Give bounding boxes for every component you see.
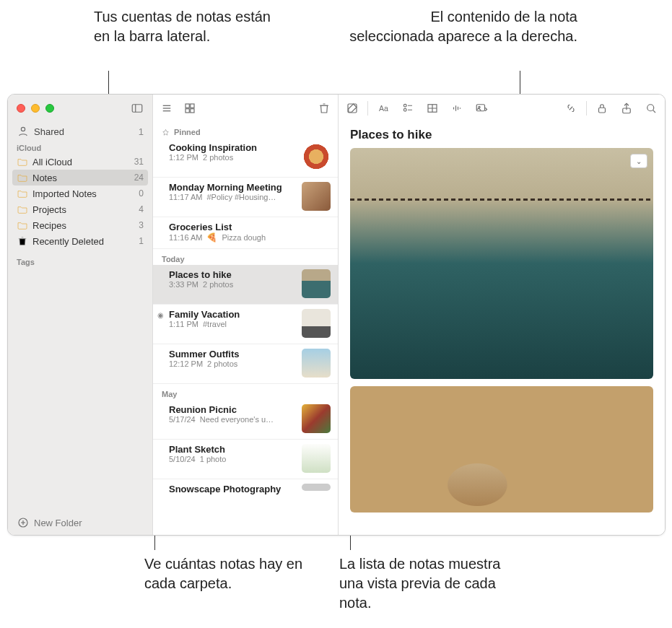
- note-row[interactable]: Summer Outfits 12:12 PM2 photos: [153, 344, 338, 384]
- compose-icon[interactable]: [346, 102, 359, 115]
- note-title: Summer Outfits: [169, 349, 296, 359]
- folder-icon: [17, 204, 28, 215]
- note-preview: #Policy #Housing…: [206, 193, 276, 201]
- list-toolbar: [153, 95, 338, 122]
- note-time: 1:12 PM: [169, 153, 198, 162]
- sidebar-item-imported[interactable]: Imported Notes 0: [8, 186, 152, 201]
- note-row[interactable]: Snowscape Photography: [153, 479, 338, 500]
- sidebar-item-notes[interactable]: Notes 24: [12, 170, 148, 186]
- svg-rect-10: [191, 104, 194, 108]
- note-title: Places to hike: [169, 269, 296, 280]
- delete-note-icon[interactable]: [318, 102, 331, 115]
- sidebar-item-recipes[interactable]: Recipes 3: [8, 217, 152, 233]
- editor-toolbar: Aa: [339, 95, 665, 122]
- notes-window: Shared 1 iCloud All iCloud 31 Notes 24 I…: [7, 94, 666, 536]
- callout-top-left: Tus cuentas de notas están en la barra l…: [94, 7, 282, 46]
- note-preview: Need everyone's u…: [200, 415, 274, 424]
- list-view-icon[interactable]: [160, 102, 173, 115]
- note-row[interactable]: Places to hike 3:33 PM2 photos: [153, 265, 338, 305]
- audio-icon[interactable]: [450, 102, 463, 115]
- note-thumbnail: [302, 484, 331, 491]
- note-title: Family Vacation: [169, 309, 296, 320]
- minimize-window-button[interactable]: [31, 104, 40, 113]
- note-time: 5/17/24: [169, 415, 196, 424]
- note-preview: #travel: [203, 320, 227, 328]
- section-pinned: Pinned: [153, 122, 338, 138]
- svg-rect-12: [191, 109, 194, 113]
- note-time: 5/10/24: [169, 455, 196, 463]
- trash-icon: [17, 235, 28, 247]
- grid-view-icon[interactable]: [183, 102, 196, 115]
- section-may: May: [153, 384, 338, 400]
- note-editor-title: Places to hike: [350, 128, 653, 142]
- new-folder-button[interactable]: New Folder: [8, 510, 152, 535]
- sidebar-item-projects[interactable]: Projects 4: [8, 201, 152, 217]
- new-folder-label: New Folder: [34, 518, 82, 528]
- note-title: Cooking Inspiration: [169, 142, 296, 153]
- note-time: 3:33 PM: [169, 280, 198, 289]
- section-label: Pinned: [174, 128, 201, 136]
- titlebar: [8, 95, 152, 122]
- note-row[interactable]: ◉ Family Vacation 1:11 PM#travel: [153, 305, 338, 344]
- callout-bottom-right: La lista de notas muestra una vista prev…: [339, 554, 527, 613]
- table-icon[interactable]: [426, 102, 439, 115]
- note-photo[interactable]: [350, 386, 653, 513]
- sidebar-item-label: Projects: [32, 204, 134, 215]
- sidebar-tags-label: Tags: [8, 255, 152, 268]
- search-icon[interactable]: [645, 102, 658, 115]
- checklist-icon[interactable]: [401, 102, 414, 115]
- sidebar-item-count: 31: [134, 157, 144, 167]
- note-thumbnail: [302, 309, 331, 338]
- note-title: Groceries List: [169, 222, 331, 232]
- zoom-window-button[interactable]: [45, 104, 54, 113]
- sidebar-item-recently-deleted[interactable]: Recently Deleted 1: [8, 233, 152, 249]
- pizza-icon: 🍕: [206, 232, 217, 243]
- plus-circle-icon: [17, 516, 30, 529]
- sidebar-item-all-icloud[interactable]: All iCloud 31: [8, 154, 152, 170]
- photo-expand-button[interactable]: ⌄: [630, 154, 647, 168]
- folder-icon: [17, 172, 28, 183]
- folder-icon: [17, 219, 28, 231]
- note-title: Monday Morning Meeting: [169, 182, 296, 193]
- folder-icon: [17, 156, 28, 167]
- share-icon[interactable]: [620, 102, 633, 115]
- pin-icon: [162, 128, 170, 136]
- note-thumbnail: [302, 142, 331, 171]
- note-row[interactable]: Reunion Picnic 5/17/24Need everyone's u…: [153, 400, 338, 440]
- shared-badge-icon: ◉: [157, 311, 164, 319]
- section-label: May: [162, 390, 177, 398]
- link-icon[interactable]: [564, 102, 577, 115]
- note-thumbnail: [302, 182, 331, 211]
- svg-rect-11: [186, 109, 189, 113]
- note-thumbnail: [302, 269, 331, 298]
- media-menu-icon[interactable]: [475, 102, 488, 115]
- note-preview: 2 photos: [207, 359, 237, 368]
- note-time: 12:12 PM: [169, 359, 203, 368]
- editor-body[interactable]: Places to hike ⌄: [339, 122, 665, 535]
- svg-point-30: [647, 105, 654, 111]
- note-preview: 2 photos: [203, 153, 233, 162]
- note-time: 11:17 AM: [169, 193, 202, 201]
- shared-count: 1: [139, 126, 144, 137]
- sidebar-account-label: iCloud: [8, 141, 152, 154]
- note-time: 1:11 PM: [169, 320, 198, 328]
- note-preview: Pizza dough: [222, 233, 266, 242]
- close-window-button[interactable]: [17, 104, 25, 113]
- svg-rect-9: [186, 104, 189, 108]
- note-row[interactable]: Plant Sketch 5/10/241 photo: [153, 440, 338, 479]
- lock-menu-icon[interactable]: [595, 102, 608, 115]
- note-row[interactable]: Cooking Inspiration 1:12 PM2 photos: [153, 138, 338, 178]
- toggle-sidebar-icon[interactable]: [131, 102, 144, 115]
- note-row[interactable]: Groceries List 11:16 AM🍕Pizza dough: [153, 217, 338, 249]
- sidebar-item-count: 0: [139, 188, 144, 199]
- svg-rect-0: [132, 105, 142, 113]
- notes-list: Pinned Cooking Inspiration 1:12 PM2 phot…: [152, 95, 339, 535]
- sidebar-item-shared[interactable]: Shared 1: [8, 122, 152, 141]
- note-thumbnail: [302, 404, 331, 433]
- note-photo[interactable]: ⌄: [350, 148, 653, 379]
- sidebar-item-count: 3: [139, 220, 144, 230]
- svg-point-15: [403, 104, 406, 107]
- note-preview: 1 photo: [200, 455, 227, 463]
- note-row[interactable]: Monday Morning Meeting 11:17 AM#Policy #…: [153, 178, 338, 217]
- format-text-icon[interactable]: Aa: [377, 102, 390, 115]
